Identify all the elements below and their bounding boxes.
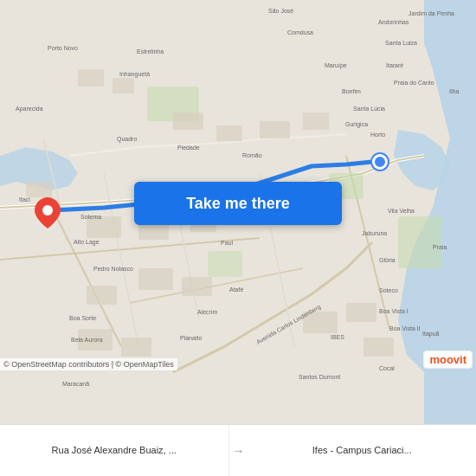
svg-text:Itapuã: Itapuã [422, 331, 440, 338]
svg-text:IBES: IBES [331, 334, 344, 340]
svg-rect-16 [87, 286, 117, 305]
bottom-bar: Rua José Alexandre Buaiz, ... → Ifes - C… [0, 424, 476, 476]
svg-rect-10 [303, 113, 329, 130]
svg-text:Bonfim: Bonfim [342, 88, 361, 94]
svg-text:Jardim da Penha: Jardim da Penha [408, 10, 454, 16]
svg-text:Inhanguetá: Inhanguetá [119, 71, 150, 78]
svg-text:Aparecida: Aparecida [16, 106, 43, 113]
map-container: São José Comdusa Andorinhas Santa Luiza … [0, 0, 476, 424]
svg-text:Boa Vista I: Boa Vista I [379, 308, 408, 314]
destination-text: Ifes - Campus Cariaci... [312, 444, 412, 456]
moovit-logo: moovit [423, 351, 473, 369]
svg-rect-18 [121, 338, 151, 357]
svg-text:Maruípe: Maruípe [325, 62, 347, 69]
svg-text:Pedro Nolasco: Pedro Nolasco [93, 266, 133, 272]
svg-text:Santa Lúcia: Santa Lúcia [353, 106, 385, 112]
origin-section[interactable]: Rua José Alexandre Buaiz, ... [0, 425, 229, 476]
svg-text:São José: São José [268, 8, 293, 14]
arrow-icon: → [233, 444, 245, 458]
svg-text:Boa Vista II: Boa Vista II [389, 325, 421, 331]
svg-text:Itararé: Itararé [386, 62, 403, 68]
svg-rect-14 [138, 268, 173, 290]
svg-text:Glória: Glória [379, 257, 396, 263]
destination-section[interactable]: Ifes - Campus Cariaci... [248, 425, 477, 476]
svg-rect-3 [398, 216, 441, 268]
svg-text:Soteco: Soteco [379, 287, 398, 293]
svg-text:Comdusa: Comdusa [287, 29, 313, 35]
svg-text:Bela Aurora: Bela Aurora [71, 337, 103, 343]
svg-rect-4 [208, 251, 242, 277]
svg-rect-20 [346, 303, 376, 322]
svg-text:Piedade: Piedade [177, 145, 200, 151]
svg-text:Praia do Canto: Praia do Canto [394, 80, 434, 86]
svg-rect-7 [173, 113, 203, 130]
svg-rect-21 [363, 338, 394, 357]
svg-text:Quadro: Quadro [117, 136, 137, 143]
svg-text:Planalto: Planalto [180, 335, 202, 341]
origin-text: Rua José Alexandre Buaiz, ... [52, 444, 177, 456]
svg-text:Jaburuna: Jaburuna [362, 230, 387, 236]
svg-text:Ilha: Ilha [449, 88, 459, 94]
svg-text:Praia: Praia [433, 244, 447, 250]
origin-marker [35, 197, 61, 232]
svg-text:Sotema: Sotema [80, 214, 101, 220]
svg-text:Vila Velha: Vila Velha [388, 208, 415, 214]
svg-text:Atafé: Atafé [229, 286, 243, 293]
svg-text:Paul: Paul [221, 240, 233, 246]
destination-marker [372, 154, 388, 170]
svg-text:Porto Novo: Porto Novo [48, 45, 78, 51]
svg-text:Romão: Romão [242, 152, 262, 158]
svg-rect-6 [113, 78, 134, 93]
svg-text:Maracanã: Maracanã [62, 381, 89, 387]
map-attribution: © OpenStreetMap contributors | © OpenMap… [0, 358, 177, 370]
svg-rect-9 [260, 121, 290, 138]
svg-text:Santa Luiza: Santa Luiza [385, 40, 417, 46]
svg-rect-8 [216, 125, 242, 141]
svg-text:Itaci: Itaci [19, 196, 30, 203]
svg-text:Estrelinha: Estrelinha [137, 48, 164, 55]
svg-text:Santos Dumont: Santos Dumont [299, 374, 340, 380]
svg-text:Andorinhas: Andorinhas [378, 19, 409, 25]
svg-text:Gurigica: Gurigica [345, 121, 368, 128]
svg-rect-5 [78, 69, 104, 87]
svg-text:Cocal: Cocal [379, 365, 395, 371]
svg-text:Horto: Horto [370, 132, 385, 138]
svg-rect-22 [26, 182, 52, 197]
svg-text:Boa Sorte: Boa Sorte [69, 315, 96, 321]
svg-text:Alto Lage: Alto Lage [74, 239, 100, 246]
svg-text:Alecrim: Alecrim [197, 309, 218, 315]
svg-point-68 [42, 205, 53, 215]
take-me-there-button[interactable]: Take me there [134, 182, 342, 225]
svg-rect-15 [182, 277, 212, 296]
